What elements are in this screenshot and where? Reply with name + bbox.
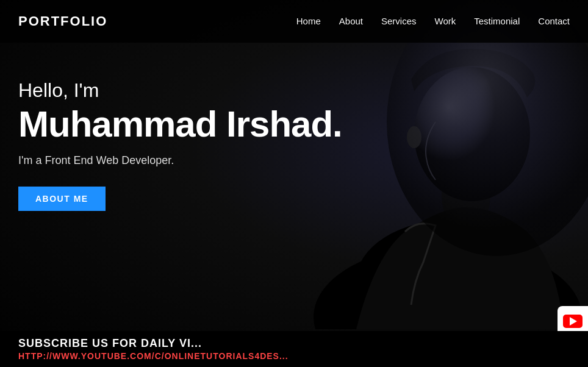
nav-link-services[interactable]: Services <box>381 16 417 26</box>
nav-link-contact[interactable]: Contact <box>538 16 570 26</box>
nav-item-work[interactable]: Work <box>435 16 456 27</box>
hero-subtitle: I'm a Front End Web Developer. <box>18 154 342 167</box>
bottom-banner: SUBSCRIBE US FOR DAILY VI... HTTP://WWW.… <box>0 331 588 367</box>
nav-item-contact[interactable]: Contact <box>538 16 570 27</box>
nav-link-testimonial[interactable]: Testimonial <box>474 16 520 26</box>
navbar: PORTFOLIO Home About Services Work Testi… <box>0 0 588 43</box>
hero-content: Hello, I'm Muhammad Irshad. I'm a Front … <box>18 79 342 211</box>
page-wrapper: PORTFOLIO Home About Services Work Testi… <box>0 0 588 367</box>
youtube-icon <box>563 315 583 328</box>
nav-link-home[interactable]: Home <box>296 16 321 26</box>
hero-name: Muhammad Irshad. <box>18 104 342 144</box>
nav-item-testimonial[interactable]: Testimonial <box>474 16 520 27</box>
about-me-button[interactable]: ABOUT ME <box>18 187 106 211</box>
hero-greeting: Hello, I'm <box>18 79 342 102</box>
nav-link-work[interactable]: Work <box>435 16 456 26</box>
nav-link-about[interactable]: About <box>339 16 363 26</box>
nav-item-services[interactable]: Services <box>381 16 417 27</box>
youtube-url: HTTP://WWW.YOUTUBE.COM/C/ONLINETUTORIALS… <box>18 351 570 361</box>
site-logo: PORTFOLIO <box>18 13 107 29</box>
nav-item-home[interactable]: Home <box>296 16 321 27</box>
nav-links: Home About Services Work Testimonial Con… <box>296 16 570 27</box>
youtube-play-triangle <box>570 317 577 326</box>
subscribe-text: SUBSCRIBE US FOR DAILY VI... <box>18 337 570 350</box>
nav-item-about[interactable]: About <box>339 16 363 27</box>
